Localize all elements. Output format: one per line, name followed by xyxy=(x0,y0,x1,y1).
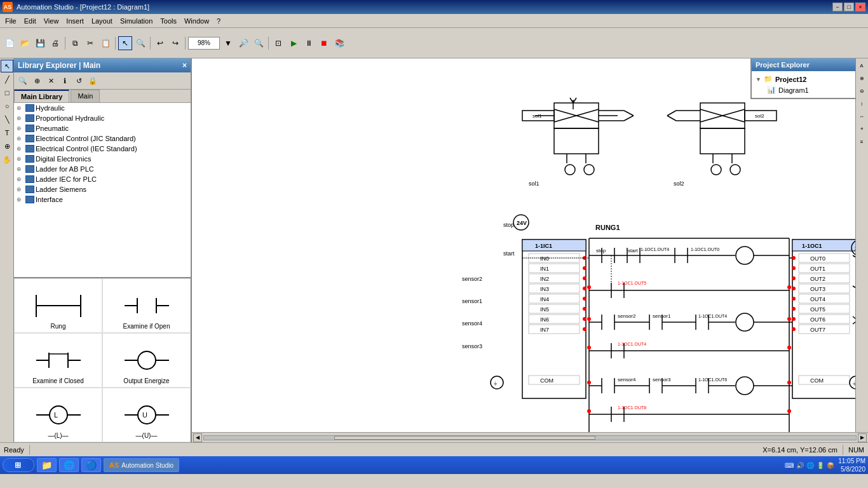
undo-button[interactable]: ↩ xyxy=(153,36,167,50)
menu-window[interactable]: Window xyxy=(180,16,213,26)
pointer-tool[interactable]: ↖ xyxy=(1,60,13,72)
print-button[interactable]: 🖨 xyxy=(48,36,62,50)
scroll-track[interactable] xyxy=(203,435,857,440)
tab-main-library[interactable]: Main Library xyxy=(14,90,69,102)
tree-item-elec-iec[interactable]: ⊕ Electrical Control (IEC Standard) xyxy=(14,144,191,154)
menu-layout[interactable]: Layout xyxy=(88,16,116,26)
symbol-unlatch[interactable]: U —(U)— xyxy=(102,388,191,442)
rt-btn-2[interactable]: ⊕ xyxy=(856,72,867,84)
canvas-area[interactable]: sol1 sol1 xyxy=(192,58,868,432)
rt-btn-4[interactable]: ↕ xyxy=(856,98,867,109)
stop-sim[interactable]: ⏹ xyxy=(317,36,331,50)
redo-button[interactable]: ↪ xyxy=(168,36,182,50)
zoom-value[interactable]: 98% xyxy=(188,37,220,50)
rt-btn-7[interactable]: ≡ xyxy=(856,136,867,147)
titlebar-controls[interactable]: − □ × xyxy=(832,3,865,11)
symbol-latch[interactable]: L —(L)— xyxy=(14,388,102,442)
scroll-thumb[interactable] xyxy=(334,436,595,440)
tree-item-ladder-siemens[interactable]: ⊕ Ladder Siemens xyxy=(14,184,191,194)
rt-btn-1[interactable]: A xyxy=(856,60,867,71)
menu-help[interactable]: ? xyxy=(213,16,224,26)
scroll-left[interactable]: ◀ xyxy=(193,433,202,442)
svg-point-124 xyxy=(792,317,796,321)
close-button[interactable]: × xyxy=(855,3,865,11)
circle-tool[interactable]: ○ xyxy=(1,100,13,112)
lib-toolbar: 🔍 ⊕ ✕ ℹ ↺ 🔒 xyxy=(14,72,191,90)
lib-refresh[interactable]: ↺ xyxy=(72,74,85,87)
tree-item-ladder-ab[interactable]: ⊕ Ladder for AB PLC xyxy=(14,164,191,174)
menu-view[interactable]: View xyxy=(40,16,63,26)
symbol-examine-open[interactable]: Examine if Open xyxy=(102,278,191,333)
menu-edit[interactable]: Edit xyxy=(20,16,40,26)
tree-item-hydraulic[interactable]: ⊕ Hydraulic xyxy=(14,103,191,113)
taskbar-item-explorer[interactable]: 📁 xyxy=(37,458,57,472)
wire-tool[interactable]: ╱ xyxy=(1,73,13,86)
paste-button[interactable]: 📋 xyxy=(98,36,112,50)
proj-item-project12[interactable]: ▼ 📁 Project12 xyxy=(754,74,865,85)
library-explorer-panel: Library Explorer | Main × 🔍 ⊕ ✕ ℹ ↺ 🔒 Ma… xyxy=(14,58,192,442)
lib-search[interactable]: 🔍 xyxy=(17,74,29,87)
zoom-area-tool[interactable]: ⊕ xyxy=(1,140,13,152)
menu-tools[interactable]: Tools xyxy=(156,16,180,26)
rect-tool[interactable]: □ xyxy=(1,86,13,99)
tree-item-pneumatic[interactable]: ⊕ Pneumatic xyxy=(14,123,191,133)
menu-simulation[interactable]: Simulation xyxy=(116,16,156,26)
start-button[interactable]: ⊞ xyxy=(3,458,34,472)
rt-btn-5[interactable]: ↔ xyxy=(856,111,867,122)
svg-point-119 xyxy=(792,266,796,270)
tree-item-interface[interactable]: ⊕ Interface xyxy=(14,194,191,205)
run-sim[interactable]: ▶ xyxy=(287,36,301,50)
lib-explorer-close[interactable]: × xyxy=(182,61,187,70)
text-tool[interactable]: T xyxy=(1,126,13,139)
lib-delete[interactable]: ✕ xyxy=(44,74,57,87)
tree-item-proportional-hydraulic[interactable]: ⊕ Proportional Hydraulic xyxy=(14,113,191,123)
pause-sim[interactable]: ⏸ xyxy=(302,36,316,50)
lib-explorer-toggle[interactable]: 📚 xyxy=(332,36,346,50)
zoom-select[interactable]: 🔍 xyxy=(133,36,147,50)
lib-tree: ⊕ Hydraulic ⊕ Proportional Hydraulic ⊕ P… xyxy=(14,103,191,277)
svg-point-214 xyxy=(587,346,591,349)
new-button[interactable]: 📄 xyxy=(3,36,17,50)
open-button[interactable]: 📂 xyxy=(18,36,32,50)
taskbar-item-edge[interactable]: 🌐 xyxy=(59,458,79,472)
scroll-right[interactable]: ▶ xyxy=(858,433,867,442)
select-tool[interactable]: ↖ xyxy=(118,36,132,50)
status-sep1 xyxy=(29,445,30,455)
rt-btn-6[interactable]: ⌖ xyxy=(856,123,867,135)
lib-lock[interactable]: 🔒 xyxy=(86,74,99,87)
lib-properties[interactable]: ℹ xyxy=(58,74,71,87)
tree-item-elec-jic[interactable]: ⊕ Electrical Control (JIC Standard) xyxy=(14,133,191,144)
edge-icon: 🌐 xyxy=(64,460,74,470)
proj-item-diagram1[interactable]: 📊 Diagram1 xyxy=(754,85,865,95)
lib-tabs: Main Library Main xyxy=(14,90,191,103)
tab-main[interactable]: Main xyxy=(71,90,100,102)
svg-text:24V: 24V xyxy=(517,220,527,226)
zoom-out[interactable]: 🔍 xyxy=(252,36,266,50)
tree-item-ladder-iec[interactable]: ⊕ Ladder IEC for PLC xyxy=(14,174,191,184)
lib-new[interactable]: ⊕ xyxy=(31,74,43,87)
zoom-in[interactable]: 🔎 xyxy=(236,36,250,50)
svg-text:IN6: IN6 xyxy=(540,316,549,323)
pan-tool[interactable]: ✋ xyxy=(1,153,13,166)
menu-file[interactable]: File xyxy=(1,16,20,26)
menu-insert[interactable]: Insert xyxy=(62,16,88,26)
horizontal-scrollbar[interactable]: ◀ ▶ xyxy=(192,432,868,442)
zoom-dropdown[interactable]: ▼ xyxy=(221,36,235,50)
cut-button[interactable]: ✂ xyxy=(83,36,97,50)
copy-button[interactable]: ⧉ xyxy=(68,36,82,50)
minimize-button[interactable]: − xyxy=(832,3,843,11)
taskbar-item-automation[interactable]: AS Automation Studio xyxy=(104,458,179,472)
symbol-rung[interactable]: Rung xyxy=(14,278,102,333)
svg-text:1-1OC1.OUT4: 1-1OC1.OUT4 xyxy=(698,314,727,318)
symbol-examine-closed[interactable]: Examine if Closed xyxy=(14,333,102,388)
taskbar-item-chrome[interactable]: 🔵 xyxy=(81,458,101,472)
save-button[interactable]: 💾 xyxy=(33,36,47,50)
rt-btn-3[interactable]: ⊖ xyxy=(856,85,867,97)
svg-rect-69 xyxy=(529,294,580,303)
restore-button[interactable]: □ xyxy=(844,3,854,11)
symbol-output-energize[interactable]: Output Energize xyxy=(102,333,191,388)
clock: 11:05 PM 5/8/2020 xyxy=(838,457,865,473)
line-tool[interactable]: ╲ xyxy=(1,113,13,126)
tree-item-digital-elec[interactable]: ⊕ Digital Electronics xyxy=(14,154,191,164)
fit-page[interactable]: ⊡ xyxy=(271,36,285,50)
